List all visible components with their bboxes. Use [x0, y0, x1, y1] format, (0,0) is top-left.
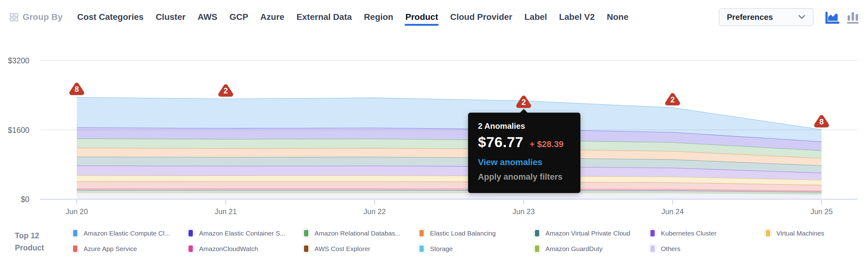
anomaly-tooltip: 2 Anomalies $76.77 + $28.39 View anomali…	[468, 113, 581, 193]
legend-item[interactable]: Kubernetes Cluster	[649, 228, 765, 238]
topbar: Group By Cost Categories Cluster AWS GCP…	[0, 0, 868, 34]
tab-label-v2[interactable]: Label V2	[559, 12, 595, 22]
legend-swatch	[649, 229, 656, 237]
legend-swatch	[418, 229, 425, 237]
tab-cloud-provider[interactable]: Cloud Provider	[450, 12, 512, 22]
topbar-right: Preferences	[719, 0, 864, 34]
tab-none[interactable]: None	[607, 12, 628, 22]
anomaly-count: 2	[671, 95, 675, 104]
legend-swatch	[188, 229, 194, 237]
bar-chart-icon[interactable]	[846, 10, 859, 24]
legend-item[interactable]: Virtual Machines	[765, 228, 868, 238]
legend-item[interactable]: Storage	[418, 244, 534, 254]
legend-swatch	[303, 229, 309, 237]
x-axis-label: Jun 24	[661, 207, 684, 216]
legend-swatch	[303, 244, 309, 253]
chart-type-toggle	[825, 10, 859, 24]
tab-external-data[interactable]: External Data	[297, 12, 352, 22]
legend-swatch	[418, 244, 425, 253]
x-axis-label: Jun 23	[513, 207, 535, 216]
legend-item[interactable]: Amazon Relational Databas...	[303, 228, 418, 238]
x-axis-label: Jun 25	[810, 207, 833, 216]
tooltip-anomaly-count: 2 Anomalies	[478, 121, 570, 131]
tooltip-amount: $76.77	[478, 133, 524, 151]
area-band-others[interactable]	[77, 193, 822, 199]
legend-item[interactable]: Amazon Virtual Private Cloud	[534, 228, 649, 238]
legend-swatch	[765, 229, 771, 237]
legend-item[interactable]: AWS Cost Explorer	[303, 244, 418, 254]
tab-cluster[interactable]: Cluster	[156, 12, 185, 22]
group-by-grid-icon	[10, 13, 18, 21]
tab-aws[interactable]: AWS	[197, 12, 217, 22]
tab-cost-categories[interactable]: Cost Categories	[77, 12, 144, 22]
tab-product[interactable]: Product	[405, 12, 438, 22]
chevron-down-icon	[798, 15, 805, 20]
x-axis-label: Jun 20	[66, 207, 88, 216]
tab-azure[interactable]: Azure	[260, 12, 284, 22]
view-anomalies-link[interactable]: View anomalies	[478, 157, 570, 167]
x-axis-label: Jun 22	[364, 207, 386, 216]
legend-item[interactable]: Amazon GuardDuty	[534, 244, 649, 254]
tooltip-delta: + $28.39	[530, 139, 564, 149]
tab-region[interactable]: Region	[364, 12, 394, 22]
apply-anomaly-filters-link[interactable]: Apply anomaly filters	[478, 172, 570, 182]
legend-title-line1: Top 12	[15, 230, 44, 242]
anomaly-count: 2	[223, 86, 228, 95]
legend-item[interactable]: Amazon Elastic Compute Cl...	[72, 228, 188, 238]
anomaly-count: 8	[819, 117, 824, 126]
legend-swatch	[72, 229, 78, 237]
preferences-dropdown[interactable]: Preferences	[719, 8, 813, 26]
x-axis-label: Jun 21	[215, 207, 237, 216]
legend-title: Top 12 Product	[15, 230, 44, 254]
y-axis-label: $0	[21, 195, 29, 204]
legend-title-line2: Product	[15, 242, 44, 254]
legend-item[interactable]: Amazon Elastic Container S...	[188, 228, 303, 238]
y-axis-label: $3200	[8, 56, 29, 65]
anomaly-count: 2	[522, 98, 526, 106]
legend-item[interactable]: Elastic Load Balancing	[418, 228, 534, 238]
legend-swatch	[188, 244, 194, 253]
preferences-label: Preferences	[727, 12, 773, 22]
tooltip-amount-row: $76.77 + $28.39	[478, 133, 570, 151]
stacked-area-chart[interactable]: Jun 20Jun 21Jun 22Jun 23Jun 24Jun 25$0$1…	[0, 0, 868, 265]
group-by-label: Group By	[23, 12, 63, 22]
anomaly-count: 8	[74, 85, 79, 94]
group-by-tabs: Cost Categories Cluster AWS GCP Azure Ex…	[77, 12, 628, 22]
legend-item[interactable]: Others	[649, 244, 765, 254]
tab-gcp[interactable]: GCP	[229, 12, 248, 22]
cost-dashboard: Jun 20Jun 21Jun 22Jun 23Jun 24Jun 25$0$1…	[0, 0, 868, 265]
area-chart-icon[interactable]	[825, 10, 839, 24]
legend-item[interactable]: AmazonCloudWatch	[188, 244, 303, 254]
tab-label[interactable]: Label	[524, 12, 547, 22]
group-by-header: Group By	[10, 12, 63, 22]
legend-swatch	[649, 244, 656, 253]
y-axis-label: $1600	[8, 126, 29, 134]
legend-swatch	[72, 244, 78, 253]
legend-swatch	[534, 229, 540, 237]
chart-legend: Amazon Elastic Compute Cl... Amazon Elas…	[72, 228, 868, 254]
legend-swatch	[534, 244, 540, 253]
legend-item[interactable]: Azure App Service	[72, 244, 188, 254]
